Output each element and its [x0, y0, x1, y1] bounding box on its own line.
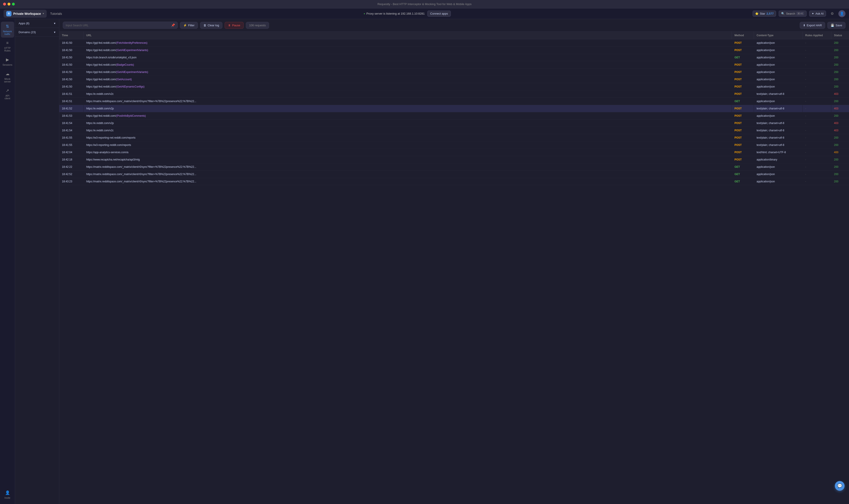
table-row[interactable]: 18:41:55https://w3-reporting.reddit.com/… — [59, 142, 849, 149]
cell-status: 200 — [831, 76, 849, 83]
chevron-down-icon: ▾ — [43, 12, 44, 15]
network-table[interactable]: Time URL Method Content-Type Rules Appli… — [59, 32, 849, 504]
cell-status: 200 — [831, 134, 849, 141]
cell-status: 200 — [831, 178, 849, 185]
cell-rules-applied: - — [802, 61, 831, 68]
connect-apps-button[interactable]: Connect apps — [427, 11, 451, 17]
cell-rules-applied: - — [802, 149, 831, 156]
apps-section-header[interactable]: Apps (8) ▾ — [15, 19, 59, 28]
cell-rules-applied: - — [802, 127, 831, 134]
sidebar-item-label: Sessions — [2, 64, 12, 66]
cell-content-type: application/json — [754, 163, 802, 170]
minimize-button[interactable] — [7, 3, 11, 5]
proxy-dot-icon: ● — [364, 12, 365, 15]
sidebar-item-network-traffic[interactable]: ⇅ Network traffic — [1, 22, 14, 38]
cell-url: https://gql-fed.reddit.com/(GetAllExperi… — [84, 69, 732, 76]
cell-time: 18:41:55 — [59, 134, 84, 141]
table-row[interactable]: 18:41:51https://e.reddit.com/v2cPOSTtext… — [59, 90, 849, 98]
table-row[interactable]: 18:41:53https://gql-fed.reddit.com/(Post… — [59, 112, 849, 120]
pause-button[interactable]: ⏸ Pause — [224, 22, 243, 29]
search-url-input[interactable] — [66, 24, 169, 27]
cell-url: https://gql-fed.reddit.com/(GetAllDynami… — [84, 83, 732, 90]
cell-rules-applied: - — [802, 156, 831, 163]
table-row[interactable]: 18:42:04https://app-analytics-services.c… — [59, 149, 849, 156]
cell-method: POST — [732, 61, 754, 68]
cell-status: 403 — [831, 120, 849, 127]
cell-method: POST — [732, 47, 754, 54]
cell-url: https://cdn.branch.io/sdk/uriskiplist_v3… — [84, 54, 732, 61]
col-header-url: URL — [84, 32, 732, 39]
table-row[interactable]: 18:41:52https://e.reddit.com/v2pPOSTtext… — [59, 105, 849, 112]
table-row[interactable]: 18:41:54https://e.reddit.com/v2pPOSTtext… — [59, 120, 849, 127]
cell-url: https://matrix.redditspace.com/_matrix/c… — [84, 98, 732, 105]
topnav-right: ⭐ Star 2,577 🔍 Search ⌘+K ✦ Ask AI ⚙ 👤 — [753, 10, 846, 17]
clear-log-button[interactable]: 🗑 Clear log — [200, 22, 222, 29]
ask-ai-label: Ask AI — [815, 12, 824, 15]
workspace-button[interactable]: R Private Workspace ▾ — [3, 10, 47, 18]
cell-method: GET — [732, 163, 754, 170]
search-url-container[interactable]: 📌 — [63, 22, 178, 29]
cell-rules-applied: - — [802, 98, 831, 105]
table-row[interactable]: 18:41:50https://cdn.branch.io/sdk/uriski… — [59, 54, 849, 61]
table-row[interactable]: 18:41:50https://gql-fed.reddit.com/(GetA… — [59, 76, 849, 83]
save-label: Save — [835, 24, 842, 27]
table-row[interactable]: 18:42:52https://matrix.redditspace.com/_… — [59, 170, 849, 178]
chat-button[interactable]: 💬 — [835, 481, 845, 491]
ask-ai-button[interactable]: ✦ Ask AI — [809, 11, 826, 17]
table-row[interactable]: 18:41:54https://e.reddit.com/v2cPOSTtext… — [59, 127, 849, 134]
cell-time: 18:42:04 — [59, 149, 84, 156]
workspace-icon: R — [6, 11, 12, 16]
sidebar-item-mock-server[interactable]: ☁ Mock server — [1, 69, 14, 85]
sidebar: ⇅ Network traffic ≡ HTTP Rules ▶ Session… — [0, 19, 15, 504]
cell-method: POST — [732, 69, 754, 76]
http-rules-icon: ≡ — [6, 41, 8, 45]
save-button[interactable]: 💾 Save — [827, 22, 846, 29]
maximize-button[interactable] — [12, 3, 15, 5]
table-row[interactable]: 18:41:55https://w3-reporting-nel.reddit.… — [59, 134, 849, 142]
global-search-button[interactable]: 🔍 Search ⌘+K — [779, 11, 807, 17]
titlebar: Requestly - Best HTTP Interceptor & Mock… — [0, 0, 849, 8]
table-row[interactable]: 18:41:50https://gql-fed.reddit.com/(GetA… — [59, 83, 849, 90]
cell-content-type: application/json — [754, 54, 802, 61]
apps-section-label: Apps (8) — [19, 22, 30, 25]
table-body: 18:41:50https://gql-fed.reddit.com/(Fetc… — [59, 39, 849, 185]
cell-content-type: text/html; charset=UTF-8 — [754, 149, 802, 156]
cell-status: 200 — [831, 98, 849, 105]
user-avatar-button[interactable]: 👤 — [838, 10, 846, 17]
clear-log-label: Clear log — [207, 24, 219, 27]
filter-button[interactable]: ⚡ Filter — [180, 22, 198, 29]
sidebar-item-api-client[interactable]: ↗ API client — [1, 86, 14, 102]
close-button[interactable] — [3, 3, 6, 5]
traffic-lights[interactable] — [3, 3, 15, 5]
table-row[interactable]: 18:42:22https://matrix.redditspace.com/_… — [59, 163, 849, 170]
cell-rules-applied: - — [802, 134, 831, 141]
tutorials-button[interactable]: Tutorials — [50, 12, 62, 16]
col-header-method: Method — [732, 32, 754, 39]
settings-button[interactable]: ⚙ — [829, 10, 836, 17]
cell-rules-applied: - — [802, 105, 831, 112]
table-row[interactable]: 18:42:18https://www.recaptcha.net/recapt… — [59, 156, 849, 163]
sidebar-item-label: Mock server — [3, 77, 12, 83]
table-row[interactable]: 18:41:50https://gql-fed.reddit.com/(Fetc… — [59, 39, 849, 47]
cell-time: 18:41:51 — [59, 98, 84, 105]
cell-url: https://gql-fed.reddit.com/(FetchIdentit… — [84, 39, 732, 47]
cell-rules-applied: - — [802, 69, 831, 76]
table-row[interactable]: 18:41:51https://matrix.redditspace.com/_… — [59, 98, 849, 105]
star-button[interactable]: ⭐ Star 2,577 — [753, 11, 776, 17]
table-row[interactable]: 18:41:50https://gql-fed.reddit.com/(Badg… — [59, 61, 849, 69]
chat-icon: 💬 — [837, 483, 842, 488]
table-row[interactable]: 18:41:50https://gql-fed.reddit.com/(GetA… — [59, 47, 849, 54]
sidebar-item-sessions[interactable]: ▶ Sessions — [1, 55, 14, 68]
table-row[interactable]: 18:43:23https://matrix.redditspace.com/_… — [59, 178, 849, 185]
cell-time: 18:41:50 — [59, 47, 84, 54]
cell-content-type: application/json — [754, 76, 802, 83]
cell-time: 18:41:51 — [59, 90, 84, 97]
table-row[interactable]: 18:41:50https://gql-fed.reddit.com/(GetA… — [59, 69, 849, 76]
domains-section-header[interactable]: Domains (23) ▾ — [15, 28, 59, 36]
sidebar-item-http-rules[interactable]: ≡ HTTP Rules — [1, 38, 14, 54]
export-har-button[interactable]: ⬇ Export HAR — [800, 22, 825, 29]
domains-section: Domains (23) ▾ — [15, 28, 59, 37]
proxy-status-text: Proxy server is listening at 192.168.1.1… — [366, 12, 425, 15]
sidebar-item-invite[interactable]: 👤 Invite — [1, 488, 14, 501]
window-title: Requestly - Best HTTP Interceptor & Mock… — [377, 2, 472, 6]
